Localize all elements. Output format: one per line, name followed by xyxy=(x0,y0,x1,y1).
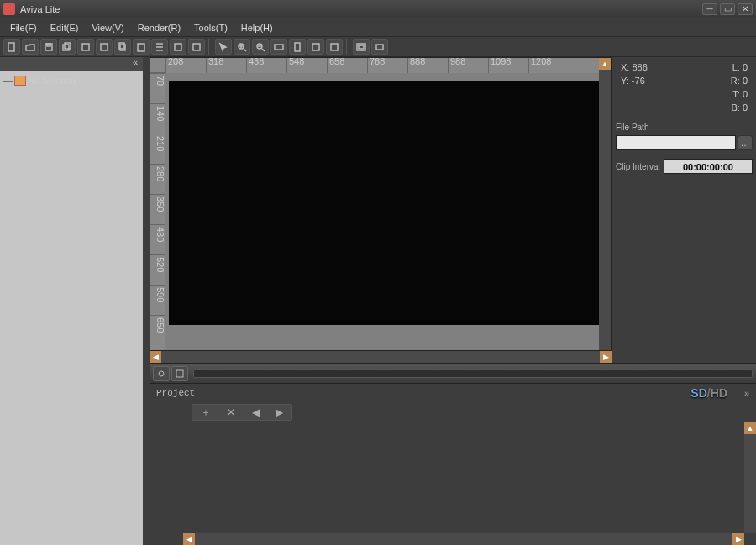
zoomout-icon[interactable] xyxy=(252,39,269,55)
timeline-toolbar xyxy=(150,363,756,383)
minimize-button[interactable]: ─ xyxy=(702,3,717,15)
svg-rect-9 xyxy=(138,44,144,51)
actualsize-icon[interactable] xyxy=(326,39,343,55)
toolbar xyxy=(0,37,756,57)
coord-b: 0 xyxy=(743,102,748,113)
prev-item-icon[interactable]: ◀ xyxy=(252,406,260,418)
svg-rect-1 xyxy=(45,44,52,50)
browse-button[interactable]: … xyxy=(738,135,753,150)
coord-r: 0 xyxy=(743,76,748,86)
scroll-up-icon[interactable]: ▲ xyxy=(599,58,611,70)
properties-panel: X: 886 L: 0 Y: -76 R: 0 T: 0 B: 0 File P… xyxy=(612,57,756,363)
project-vscroll[interactable]: ▲ xyxy=(744,422,756,533)
menu-help[interactable]: Help(H) xyxy=(234,20,280,35)
svg-rect-21 xyxy=(176,370,183,377)
project-hscroll[interactable]: ◀ ▶ xyxy=(183,533,744,545)
copy-icon[interactable] xyxy=(114,39,131,55)
svg-rect-2 xyxy=(47,44,50,46)
scroll-right-icon[interactable]: ▶ xyxy=(600,351,612,363)
canvas-area: 20831843854865876888898810981208 7014021… xyxy=(150,57,612,351)
menu-render[interactable]: Render(R) xyxy=(131,20,187,35)
tool11-icon[interactable] xyxy=(188,39,205,55)
svg-rect-14 xyxy=(275,45,283,50)
ruler-vertical: 70140210280350430520590650 xyxy=(150,73,165,350)
proj-scroll-right-icon[interactable]: ▶ xyxy=(732,533,744,545)
solution-panel: « — No Solution xyxy=(0,57,143,545)
canvas-hscroll[interactable]: ◀ ▶ xyxy=(150,351,612,363)
pointer-icon[interactable] xyxy=(215,39,232,55)
coord-x: 886 xyxy=(632,62,647,72)
hscroll-track[interactable] xyxy=(161,351,600,363)
sd-badge[interactable]: SD xyxy=(690,386,706,400)
canvas-vscroll[interactable]: ▲ xyxy=(599,58,611,350)
svg-rect-10 xyxy=(175,44,181,50)
tree-node-icon xyxy=(14,76,26,86)
saveall-icon[interactable] xyxy=(59,39,76,55)
coord-t: 0 xyxy=(743,89,748,99)
fitwidth-icon[interactable] xyxy=(270,39,287,55)
new-icon[interactable] xyxy=(3,39,20,55)
proj-scroll-left-icon[interactable]: ◀ xyxy=(183,533,195,545)
timeline-btn2-icon[interactable] xyxy=(171,366,188,381)
remove-item-icon[interactable]: ✕ xyxy=(227,406,235,418)
menu-view[interactable]: View(V) xyxy=(85,20,130,35)
collapse-left-icon[interactable]: « xyxy=(0,57,143,71)
ruler-corner xyxy=(150,58,165,73)
svg-rect-19 xyxy=(359,45,364,49)
tree-root[interactable]: — No Solution xyxy=(3,76,139,86)
menu-file[interactable]: File(F) xyxy=(3,20,44,35)
svg-rect-17 xyxy=(331,44,338,50)
save-icon[interactable] xyxy=(40,39,57,55)
open-icon[interactable] xyxy=(22,39,39,55)
project-body[interactable]: ▲ ◀ ▶ xyxy=(150,422,756,545)
splitter-vertical[interactable] xyxy=(143,57,150,545)
hd-badge[interactable]: HD xyxy=(711,386,727,400)
maximize-button[interactable]: ▭ xyxy=(720,3,735,15)
coord-y: -76 xyxy=(632,76,645,86)
svg-rect-11 xyxy=(193,44,200,50)
timeline-btn1-icon[interactable] xyxy=(153,366,170,381)
canvas-viewport[interactable] xyxy=(165,73,599,350)
close-button[interactable]: ✕ xyxy=(738,3,753,15)
fitheight-icon[interactable] xyxy=(289,39,306,55)
tool6-icon[interactable] xyxy=(96,39,113,55)
project-label: Project xyxy=(156,388,195,398)
collapse-project-icon[interactable]: » xyxy=(744,388,749,398)
menubar: File(F) Edit(E) View(V) Render(R) Tools(… xyxy=(0,18,756,37)
coord-l: 0 xyxy=(743,62,748,72)
canvas[interactable] xyxy=(169,81,599,325)
safearea-icon[interactable] xyxy=(353,39,370,55)
menu-edit[interactable]: Edit(E) xyxy=(44,20,86,35)
svg-rect-16 xyxy=(312,44,319,50)
filepath-input[interactable] xyxy=(616,135,736,150)
solution-tree[interactable]: — No Solution xyxy=(0,71,143,91)
tool10-icon[interactable] xyxy=(170,39,186,55)
svg-rect-5 xyxy=(82,44,89,50)
timeline-slider[interactable] xyxy=(193,369,753,378)
scroll-left-icon[interactable]: ◀ xyxy=(150,351,161,363)
tool5-icon[interactable] xyxy=(77,39,94,55)
svg-rect-4 xyxy=(65,43,71,49)
tool9-icon[interactable] xyxy=(151,39,168,55)
paste-icon[interactable] xyxy=(133,39,150,55)
project-panel: Project SD / HD » ＋ ✕ ◀ ▶ ▲ xyxy=(150,383,756,545)
next-item-icon[interactable]: ▶ xyxy=(276,406,283,418)
menu-tools[interactable]: Tools(T) xyxy=(187,20,234,35)
svg-rect-20 xyxy=(376,45,383,50)
main: « — No Solution 208318438548658768888988… xyxy=(0,57,756,545)
svg-rect-6 xyxy=(101,44,108,50)
tree-expander-icon[interactable]: — xyxy=(3,76,13,86)
clipinterval-value[interactable]: 00:00:00:00 xyxy=(664,159,753,174)
crop-icon[interactable] xyxy=(371,39,388,55)
svg-rect-15 xyxy=(295,43,300,51)
svg-rect-0 xyxy=(8,43,14,51)
proj-scroll-up-icon[interactable]: ▲ xyxy=(744,422,756,434)
ruler-horizontal: 20831843854865876888898810981208 xyxy=(165,58,599,73)
tree-root-label: No Solution xyxy=(28,76,76,86)
zoomin-icon[interactable] xyxy=(234,39,250,55)
filepath-label: File Path xyxy=(616,123,753,132)
svg-rect-3 xyxy=(63,45,69,50)
fitscreen-icon[interactable] xyxy=(307,39,324,55)
add-item-icon[interactable]: ＋ xyxy=(201,406,211,420)
app-icon xyxy=(3,3,15,15)
